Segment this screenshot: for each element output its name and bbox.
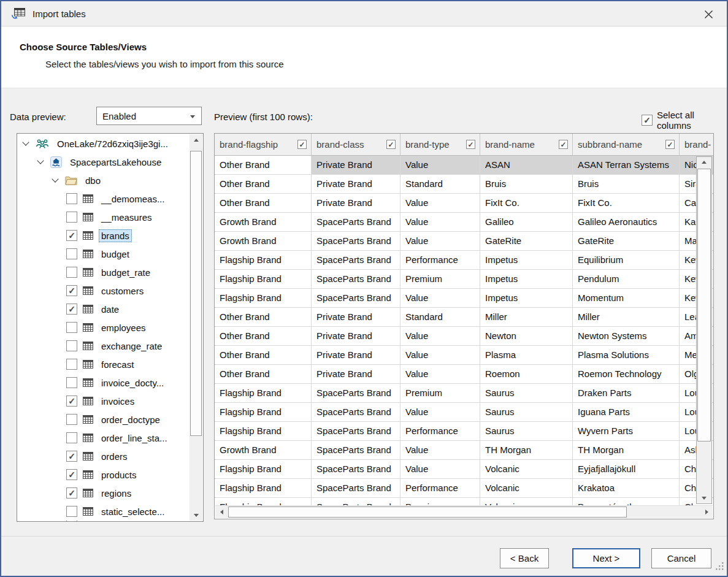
preview-cell: SpaceParts Brand xyxy=(312,422,400,441)
preview-cell: Volcanic xyxy=(480,498,573,505)
column-checkbox[interactable] xyxy=(466,140,475,149)
grid-scroll-up-button[interactable] xyxy=(697,157,711,167)
chevron-down-icon[interactable] xyxy=(22,139,29,145)
next-button[interactable]: Next > xyxy=(572,548,640,568)
preview-row-8[interactable]: Flagship BrandSpaceParts BrandValueImpet… xyxy=(215,289,714,308)
table-checkbox[interactable] xyxy=(66,322,77,333)
tree-item-onelake-72d6zxiq3ije3gi[interactable]: OneLake/72d6zxiq3ije3gi... xyxy=(17,134,190,153)
tree-item-invoice-docty[interactable]: invoice_docty... xyxy=(17,373,190,392)
table-checkbox[interactable] xyxy=(66,395,77,407)
tree-item-regions[interactable]: regions xyxy=(17,484,190,502)
tree-scrollbar[interactable] xyxy=(190,134,202,521)
tree-item-demomeas[interactable]: __demomeas... xyxy=(17,189,190,208)
tree-item-order-line-sta[interactable]: order_line_sta... xyxy=(17,429,190,447)
preview-row-13[interactable]: Flagship BrandSpaceParts BrandPremiumSau… xyxy=(215,384,714,403)
preview-row-17[interactable]: Flagship BrandSpaceParts BrandValueVolca… xyxy=(215,460,714,479)
preview-row-2[interactable]: Other BrandPrivate BrandStandardBruisBru… xyxy=(215,175,714,194)
tree-item-label: orders xyxy=(99,450,130,463)
table-icon xyxy=(83,323,93,332)
preview-row-10[interactable]: Other BrandPrivate BrandValueNewtonNewto… xyxy=(215,327,714,346)
table-checkbox[interactable] xyxy=(66,359,77,370)
preview-cell: Galileo xyxy=(480,213,573,232)
chevron-down-icon[interactable] xyxy=(37,157,44,164)
tree-item-orders[interactable]: orders xyxy=(17,447,190,465)
tree-item-exchange-rate[interactable]: exchange_rate xyxy=(17,337,190,355)
tree-item-dbo[interactable]: dbo xyxy=(17,171,190,189)
tree-item-budget-rate[interactable]: budget_rate xyxy=(17,263,190,281)
tree-item-date[interactable]: date xyxy=(17,300,190,318)
preview-row-15[interactable]: Flagship BrandSpaceParts BrandPerformanc… xyxy=(215,422,714,441)
preview-row-clipped[interactable]: Flagship BrandSpaceParts BrandPremiumVol… xyxy=(215,498,714,505)
preview-row-9[interactable]: Other BrandPrivate BrandStandardMillerMi… xyxy=(215,308,714,327)
tree-item-spacepartslakehouse[interactable]: SpacepartsLakehouse xyxy=(17,153,190,171)
column-header-brand[interactable]: brand- xyxy=(680,134,714,155)
table-checkbox[interactable] xyxy=(66,521,77,521)
column-checkbox[interactable] xyxy=(386,140,396,149)
grid-vscrollbar-thumb[interactable] xyxy=(697,169,711,441)
table-checkbox[interactable] xyxy=(66,340,77,351)
column-header-brand-type[interactable]: brand-type xyxy=(400,134,480,155)
tree-item-employees[interactable]: employees xyxy=(17,318,190,337)
preview-row-5[interactable]: Growth BrandSpaceParts BrandValueGateRit… xyxy=(215,232,714,251)
grid-vertical-scrollbar[interactable] xyxy=(696,156,712,504)
grid-scroll-right-button[interactable] xyxy=(700,506,713,518)
tree-item-order-doctype[interactable]: order_doctype xyxy=(17,410,190,429)
preview-row-18[interactable]: Flagship BrandSpaceParts BrandPerformanc… xyxy=(215,479,714,498)
tree-item-budget[interactable]: budget xyxy=(17,245,190,263)
table-checkbox[interactable] xyxy=(66,248,77,259)
table-checkbox[interactable] xyxy=(66,506,77,517)
tree-item-invoices[interactable]: invoices xyxy=(17,392,190,410)
preview-row-12[interactable]: Other BrandPrivate BrandValueRoemonRoemo… xyxy=(215,365,714,384)
table-checkbox[interactable] xyxy=(66,212,77,223)
column-header-subbrand-name[interactable]: subbrand-name xyxy=(573,134,680,155)
column-header-brand-flagship[interactable]: brand-flagship xyxy=(215,134,312,155)
table-checkbox[interactable] xyxy=(66,451,77,462)
table-checkbox[interactable] xyxy=(66,377,77,388)
table-checkbox[interactable] xyxy=(66,193,77,204)
close-button[interactable] xyxy=(697,4,719,24)
preview-cell: Iguana Parts xyxy=(573,403,680,422)
table-checkbox[interactable] xyxy=(66,414,77,425)
column-header-brand-class[interactable]: brand-class xyxy=(312,134,400,155)
preview-row-4[interactable]: Growth BrandSpaceParts BrandValueGalileo… xyxy=(215,213,714,232)
tree-item-static-selecte[interactable]: static_selecte... xyxy=(17,502,190,521)
preview-row-7[interactable]: Flagship BrandSpaceParts BrandPremiumImp… xyxy=(215,270,714,289)
grid-horizontal-scrollbar[interactable] xyxy=(215,505,713,518)
grid-scroll-left-button[interactable] xyxy=(215,506,228,518)
preview-row-14[interactable]: Flagship BrandSpaceParts BrandValueSauru… xyxy=(215,403,714,422)
table-checkbox[interactable] xyxy=(66,267,77,278)
tree-item-forecast[interactable]: forecast xyxy=(17,355,190,373)
tree-scroll-up-button[interactable] xyxy=(190,134,202,145)
table-checkbox[interactable] xyxy=(66,469,77,480)
preview-row-6[interactable]: Flagship BrandSpaceParts BrandPerformanc… xyxy=(215,251,714,270)
table-checkbox[interactable] xyxy=(66,432,77,443)
resize-grip-icon[interactable] xyxy=(715,562,724,573)
column-checkbox[interactable] xyxy=(665,140,675,149)
tree-item-customers[interactable]: customers xyxy=(17,281,190,300)
table-checkbox[interactable] xyxy=(66,304,77,315)
data-preview-dropdown[interactable]: Enabled xyxy=(96,107,202,125)
tree-item-products[interactable]: products xyxy=(17,465,190,484)
preview-row-16[interactable]: Growth BrandSpaceParts BrandValueTH Morg… xyxy=(215,441,714,460)
back-button[interactable]: < Back xyxy=(500,548,549,568)
cancel-button[interactable]: Cancel xyxy=(651,548,711,568)
column-checkbox[interactable] xyxy=(559,140,568,149)
grid-hscrollbar-thumb[interactable] xyxy=(228,506,627,518)
preview-row-11[interactable]: Other BrandPrivate BrandValuePlasmaPlasm… xyxy=(215,346,714,365)
chevron-down-icon[interactable] xyxy=(52,175,58,182)
table-checkbox[interactable] xyxy=(66,230,77,241)
preview-row-1[interactable]: Other BrandPrivate BrandValueASANASAN Te… xyxy=(215,156,714,175)
tree-scrollbar-thumb[interactable] xyxy=(190,151,202,436)
select-all-columns[interactable]: Select all columns xyxy=(642,110,727,131)
select-all-checkbox[interactable] xyxy=(642,115,653,126)
column-header-brand-name[interactable]: brand-name xyxy=(480,134,573,155)
tree-item-label: forecast xyxy=(99,358,136,371)
grid-scroll-down-button[interactable] xyxy=(697,493,711,503)
column-checkbox[interactable] xyxy=(297,140,307,149)
table-checkbox[interactable] xyxy=(66,285,77,296)
table-checkbox[interactable] xyxy=(66,487,77,499)
tree-item-brands[interactable]: brands xyxy=(17,226,190,245)
preview-row-3[interactable]: Other BrandPrivate BrandValueFixIt Co.Fi… xyxy=(215,194,714,213)
tree-scroll-down-button[interactable] xyxy=(190,510,202,521)
tree-item-measures[interactable]: __measures xyxy=(17,208,190,226)
